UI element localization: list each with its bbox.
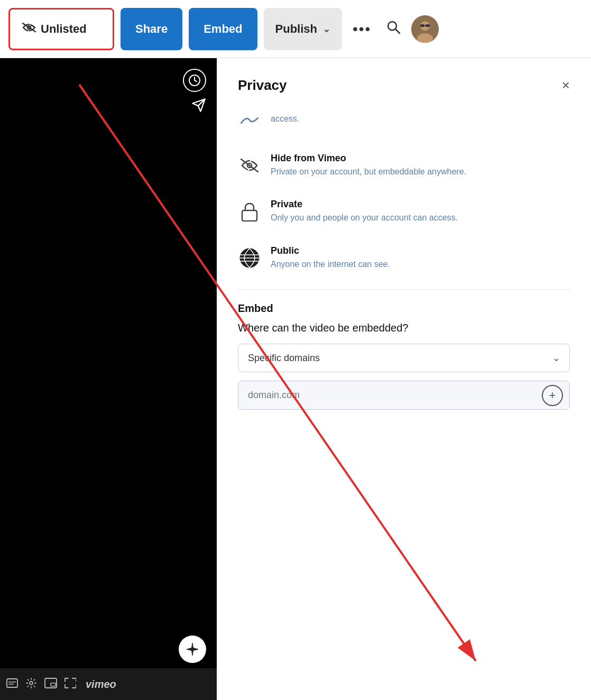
- share-button[interactable]: Share: [121, 8, 182, 50]
- privacy-close-button[interactable]: ×: [562, 77, 570, 94]
- embed-section: Embed Where can the video be embedded? S…: [238, 302, 570, 410]
- section-divider: [238, 289, 570, 290]
- share-label: Share: [135, 22, 168, 35]
- svg-point-15: [30, 681, 33, 685]
- privacy-partial-option: access.: [238, 108, 570, 142]
- subtitles-icon[interactable]: [6, 678, 18, 690]
- unlisted-label: Unlisted: [41, 22, 87, 36]
- settings-icon[interactable]: [25, 677, 37, 692]
- svg-rect-17: [51, 683, 56, 686]
- svg-line-2: [396, 30, 400, 34]
- embed-button[interactable]: Embed: [189, 8, 257, 50]
- public-title: Public: [271, 245, 390, 256]
- private-icon: [238, 200, 261, 223]
- publish-label: Publish: [275, 22, 317, 36]
- domain-input-wrapper: +: [238, 381, 570, 410]
- public-option[interactable]: Public Anyone on the internet can see.: [238, 235, 570, 281]
- partial-description: access.: [271, 108, 299, 125]
- video-area: [0, 58, 217, 668]
- vimeo-logo: vimeo: [86, 678, 116, 690]
- svg-rect-7: [426, 24, 430, 27]
- clock-icon[interactable]: [183, 69, 206, 92]
- unlisted-button[interactable]: Unlisted: [8, 8, 114, 50]
- privacy-title: Privacy: [238, 77, 287, 94]
- publish-chevron-icon: ⌄: [322, 23, 330, 35]
- ai-sparkle-button[interactable]: [179, 635, 206, 663]
- search-button[interactable]: [382, 20, 405, 38]
- topbar: Unlisted Share Embed Publish ⌄ •••: [0, 0, 591, 58]
- domains-select-wrapper: Specific domains Anywhere Nowhere ⌄: [238, 344, 570, 372]
- domain-input[interactable]: [238, 381, 542, 409]
- video-panel: vimeo: [0, 58, 217, 700]
- private-text: Private Only you and people on your acco…: [271, 199, 458, 224]
- hide-from-vimeo-icon: [238, 154, 261, 177]
- svg-rect-19: [242, 210, 257, 221]
- hide-from-vimeo-desc: Private on your account, but embeddable …: [271, 166, 466, 178]
- embed-label: Embed: [204, 22, 242, 35]
- partial-icon: [238, 108, 261, 132]
- plus-icon: +: [549, 389, 556, 402]
- private-desc: Only you and people on your account can …: [271, 212, 458, 224]
- pip-icon[interactable]: [44, 678, 57, 691]
- hide-from-vimeo-title: Hide from Vimeo: [271, 153, 466, 164]
- private-option[interactable]: Private Only you and people on your acco…: [238, 188, 570, 234]
- more-options-button[interactable]: •••: [348, 21, 375, 38]
- embed-question: Where can the video be embedded?: [238, 322, 570, 334]
- video-controls: vimeo: [0, 668, 217, 700]
- private-title: Private: [271, 199, 458, 210]
- embed-section-title: Embed: [238, 302, 570, 315]
- privacy-header: Privacy ×: [238, 77, 570, 94]
- hide-from-vimeo-option[interactable]: Hide from Vimeo Private on your account,…: [238, 142, 570, 188]
- svg-rect-12: [7, 679, 17, 687]
- public-text: Public Anyone on the internet can see.: [271, 245, 390, 270]
- svg-line-11: [195, 80, 197, 81]
- public-desc: Anyone on the internet can see.: [271, 259, 390, 270]
- hide-from-vimeo-text: Hide from Vimeo Private on your account,…: [271, 153, 466, 178]
- privacy-panel: Privacy × access.: [217, 58, 591, 700]
- publish-button[interactable]: Publish ⌄: [264, 8, 342, 50]
- domains-select[interactable]: Specific domains Anywhere Nowhere: [238, 344, 570, 372]
- unlisted-icon: [22, 22, 36, 36]
- send-icon[interactable]: [191, 98, 206, 116]
- fullscreen-icon[interactable]: [64, 677, 76, 692]
- add-domain-button[interactable]: +: [542, 385, 563, 406]
- main-content: vimeo Privacy ×: [0, 58, 591, 700]
- avatar[interactable]: [411, 15, 439, 43]
- svg-point-1: [388, 22, 396, 30]
- svg-rect-6: [420, 24, 424, 27]
- public-icon: [238, 246, 261, 270]
